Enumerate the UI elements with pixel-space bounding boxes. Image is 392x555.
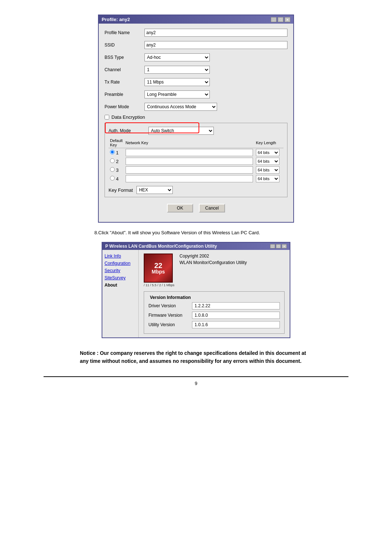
key-length-header: Key Length (254, 138, 283, 148)
tx-rate-row: Tx Rate 11 Mbps 5.5 Mbps 2 Mbps 1 Mbps (105, 77, 287, 87)
about-sidebar: Link Info Configuration Security SiteSur… (102, 250, 139, 337)
encryption-section: Auth. Mode Auto Switch Open System Share… (105, 123, 287, 197)
about-content: 22 Mbps / 11 / 5.5 / 2 / 1 Mbps Copyrigh… (139, 250, 290, 337)
key3-length-select[interactable]: 64 bits 128 bits (256, 166, 279, 174)
driver-version-row: Driver Version 1.2.2.22 (148, 302, 280, 309)
power-mode-select[interactable]: Continuous Access Mode Power Save Mode (144, 103, 217, 111)
about-title: P Wireless LAN CardBus Monitor/Configura… (105, 244, 217, 249)
sidebar-item-linkinfo[interactable]: Link Info (105, 253, 136, 259)
titlebar-buttons: _ □ × (271, 17, 290, 22)
ssid-row: SSID (105, 40, 287, 50)
utility-version-value: 1.0.1.6 (192, 321, 280, 328)
default-key-header: Default Key (109, 138, 124, 148)
key3-input[interactable] (126, 166, 253, 174)
data-encryption-checkbox[interactable] (105, 115, 109, 119)
dialog-title: Profile: any2 (102, 17, 130, 22)
auth-mode-row: Auth. Mode Auto Switch Open System Share… (109, 126, 283, 135)
preamble-label: Preamble (105, 92, 144, 97)
utility-version-label: Utility Version (148, 322, 192, 327)
auth-mode-label: Auth. Mode (109, 128, 148, 133)
profile-dialog: Profile: any2 _ □ × Profile Name SSID BS… (98, 15, 294, 223)
network-key-header: Network Key (124, 138, 254, 148)
key-format-select[interactable]: HEX ASCII (136, 186, 173, 194)
mbps-logo-box: 22 Mbps (144, 254, 173, 283)
utility-version-row: Utility Version 1.0.1.6 (148, 321, 280, 328)
data-encryption-label: Data Encryption (111, 114, 145, 120)
copyright-text: Copyright 2002 (180, 254, 247, 259)
mbps-number: 22 (154, 262, 162, 269)
version-section-title: Version Information (148, 295, 192, 300)
key2-input[interactable] (126, 158, 253, 165)
about-titlebar-btns: _ □ × (270, 244, 287, 248)
profile-name-row: Profile Name (105, 28, 287, 37)
cancel-button[interactable]: Cancel (199, 204, 225, 212)
key-row-2: 2 64 bits 128 bits (109, 157, 283, 166)
ok-button[interactable]: OK (167, 204, 193, 212)
bss-type-select[interactable]: Ad-hoc Infrastructure (144, 53, 210, 61)
channel-row: Channel 1 2 3 (105, 65, 287, 74)
key-row-4: 4 64 bits 128 bits (109, 174, 283, 183)
auth-mode-select[interactable]: Auto Switch Open System Shared Key (148, 127, 214, 135)
notice-section: Notice : Our company reserves the right … (69, 349, 323, 365)
driver-version-label: Driver Version (148, 303, 192, 308)
key4-input[interactable] (126, 175, 253, 182)
dialog-body: Profile Name SSID BSS Type Ad-hoc Infras… (99, 24, 293, 222)
bss-type-row: BSS Type Ad-hoc Infrastructure (105, 53, 287, 62)
about-restore-btn[interactable]: □ (276, 244, 281, 248)
minimize-button[interactable]: _ (271, 17, 277, 22)
about-body: Link Info Configuration Security SiteSur… (102, 250, 290, 337)
sidebar-item-about[interactable]: About (105, 282, 136, 288)
sidebar-item-security[interactable]: Security (105, 267, 136, 274)
channel-select[interactable]: 1 2 3 (144, 66, 210, 74)
sidebar-item-configuration[interactable]: Configuration (105, 260, 136, 267)
key-row-3: 3 64 bits 128 bits (109, 166, 283, 174)
close-button[interactable]: × (285, 17, 290, 22)
power-mode-row: Power Mode Continuous Access Mode Power … (105, 102, 287, 112)
ssid-input[interactable] (144, 41, 287, 49)
page-number: 9 (22, 381, 370, 386)
about-right-info: Copyright 2002 WLAN Monitor/Configuratio… (180, 254, 247, 265)
about-dialog: P Wireless LAN CardBus Monitor/Configura… (102, 242, 290, 338)
key4-length-select[interactable]: 64 bits 128 bits (256, 175, 279, 182)
mbps-sub-label: / 11 / 5.5 / 2 / 1 Mbps (144, 283, 175, 287)
key2-length-select[interactable]: 64 bits 128 bits (256, 158, 279, 165)
power-mode-label: Power Mode (105, 104, 144, 109)
version-section: Version Information Driver Version 1.2.2… (144, 291, 285, 334)
about-close-btn[interactable]: × (282, 244, 287, 248)
ssid-label: SSID (105, 42, 144, 48)
preamble-row: Preamble Long Preamble Short Preamble (105, 90, 287, 99)
profile-name-label: Profile Name (105, 30, 144, 35)
about-titlebar: P Wireless LAN CardBus Monitor/Configura… (102, 243, 290, 250)
key-table: Default Key Network Key Key Length 1 64 … (109, 138, 283, 183)
sidebar-item-sitesurvey[interactable]: SiteSurvey (105, 275, 136, 281)
dialog-titlebar: Profile: any2 _ □ × (99, 15, 293, 24)
key2-radio[interactable] (110, 158, 115, 163)
notice-text: Notice : Our company reserves the right … (80, 349, 312, 365)
mbps-logo: 22 Mbps / 11 / 5.5 / 2 / 1 Mbps (144, 254, 175, 287)
firmware-version-label: Firmware Version (148, 313, 192, 318)
preamble-select[interactable]: Long Preamble Short Preamble (144, 90, 210, 98)
firmware-version-row: Firmware Version 1.0.8.0 (148, 312, 280, 319)
footer-divider (44, 376, 348, 377)
maximize-button[interactable]: □ (278, 17, 283, 22)
tx-rate-label: Tx Rate (105, 80, 144, 85)
mbps-unit: Mbps (152, 269, 165, 274)
firmware-version-value: 1.0.8.0 (192, 312, 280, 319)
key-format-label: Key Format (109, 187, 133, 193)
data-encryption-row: Data Encryption (105, 114, 287, 120)
instruction-text: 8.Click "About". It will show you Softwa… (87, 230, 305, 235)
key1-radio[interactable] (110, 150, 115, 154)
bss-type-label: BSS Type (105, 55, 144, 60)
profile-name-input[interactable] (144, 29, 287, 37)
about-minimize-btn[interactable]: _ (270, 244, 275, 248)
driver-version-value: 1.2.2.22 (192, 302, 280, 309)
tx-rate-select[interactable]: 11 Mbps 5.5 Mbps 2 Mbps 1 Mbps (144, 78, 210, 86)
key1-length-select[interactable]: 64 bits 128 bits (256, 149, 279, 156)
about-top: 22 Mbps / 11 / 5.5 / 2 / 1 Mbps Copyrigh… (144, 254, 285, 287)
key3-radio[interactable] (110, 167, 115, 172)
key-row-1: 1 64 bits 128 bits (109, 148, 283, 157)
app-name-text: WLAN Monitor/Configuration Utility (180, 260, 247, 265)
channel-label: Channel (105, 67, 144, 72)
key4-radio[interactable] (110, 176, 115, 181)
key1-input[interactable] (126, 149, 253, 156)
